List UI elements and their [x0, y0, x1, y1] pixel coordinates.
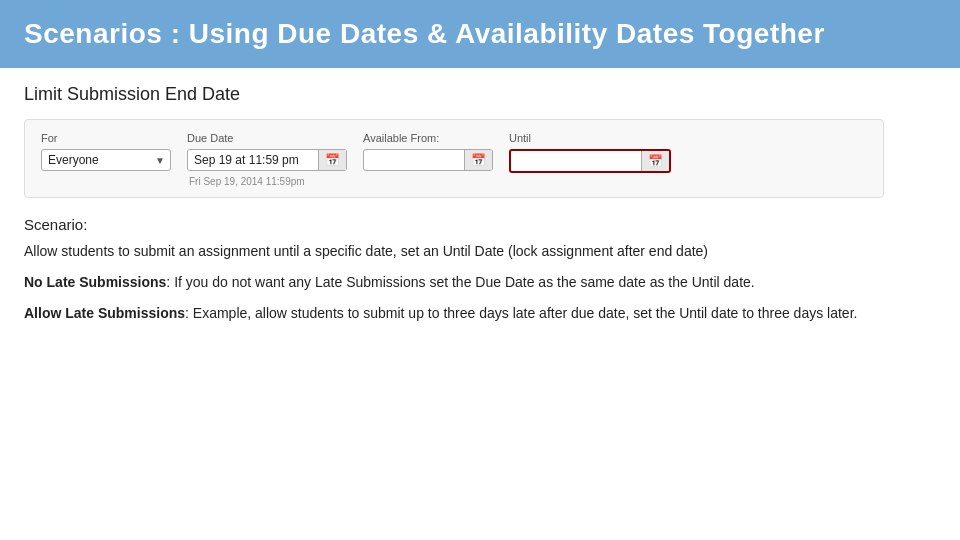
until-value: [511, 158, 641, 164]
for-select[interactable]: Everyone: [41, 149, 171, 171]
for-label: For: [41, 132, 171, 144]
available-from-input-wrapper: 📅: [363, 149, 493, 171]
scenario-label: Scenario:: [24, 216, 936, 233]
due-date-field-group: Due Date Sep 19 at 11:59 pm 📅 Fri Sep 19…: [187, 132, 347, 187]
due-date-value: Sep 19 at 11:59 pm: [188, 150, 318, 170]
form-area: For Everyone ▼ Due Date Sep 19 at 11:59 …: [24, 119, 884, 198]
available-from-value: [364, 157, 464, 163]
page-title: Scenarios : Using Due Dates & Availabili…: [24, 18, 936, 50]
available-from-calendar-button[interactable]: 📅: [464, 150, 492, 170]
until-field-group: Until 📅: [509, 132, 671, 173]
available-from-field-group: Available From: 📅: [363, 132, 493, 171]
due-date-calendar-button[interactable]: 📅: [318, 150, 346, 170]
no-late-submissions-text: No Late Submissions: If you do not want …: [24, 272, 936, 293]
due-date-hint: Fri Sep 19, 2014 11:59pm: [187, 176, 347, 187]
due-date-input-wrapper: Sep 19 at 11:59 pm 📅: [187, 149, 347, 171]
calendar-icon-avail: 📅: [471, 153, 486, 167]
due-date-label: Due Date: [187, 132, 347, 144]
scenario-section: Scenario: Allow students to submit an as…: [24, 216, 936, 324]
until-calendar-button[interactable]: 📅: [641, 151, 669, 171]
until-label: Until: [509, 132, 671, 144]
allow-late-detail: : Example, allow students to submit up t…: [185, 305, 857, 321]
no-late-detail: : If you do not want any Late Submission…: [166, 274, 754, 290]
header: Scenarios : Using Due Dates & Availabili…: [0, 0, 960, 68]
available-from-label: Available From:: [363, 132, 493, 144]
subtitle: Limit Submission End Date: [24, 84, 936, 105]
for-select-wrapper: Everyone ▼: [41, 149, 171, 171]
allow-late-label: Allow Late Submissions: [24, 305, 185, 321]
until-input-wrapper: 📅: [509, 149, 671, 173]
no-late-label: No Late Submissions: [24, 274, 166, 290]
scenario-description: Allow students to submit an assignment u…: [24, 241, 936, 262]
for-field-group: For Everyone ▼: [41, 132, 171, 171]
allow-late-submissions-text: Allow Late Submissions: Example, allow s…: [24, 303, 936, 324]
calendar-icon-until: 📅: [648, 154, 663, 168]
calendar-icon: 📅: [325, 153, 340, 167]
